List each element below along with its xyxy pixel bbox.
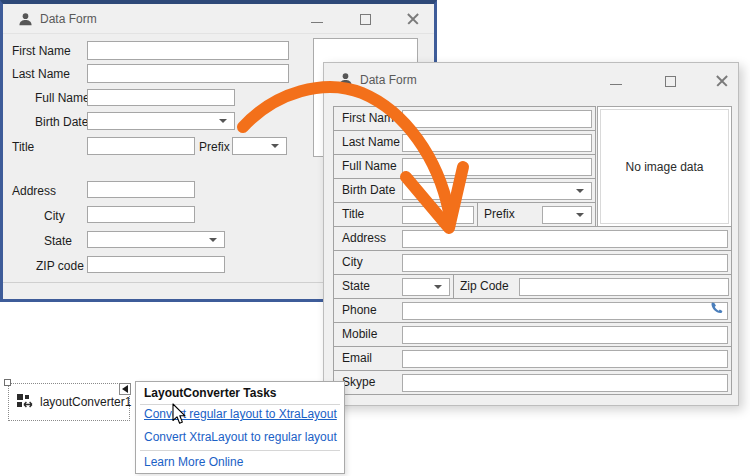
title-input[interactable] xyxy=(402,206,474,224)
window-title: Data Form xyxy=(40,12,97,26)
window-title: Data Form xyxy=(360,73,417,87)
label-birth-date: Birth Date xyxy=(342,179,395,202)
layout-row: Title Prefix xyxy=(333,202,596,227)
birth-date-combo[interactable] xyxy=(402,182,592,200)
smart-tag-header: LayoutConverter Tasks xyxy=(144,386,277,400)
close-icon xyxy=(716,75,728,87)
address-input[interactable] xyxy=(87,181,195,198)
divider xyxy=(453,275,454,298)
layout-converter-icon xyxy=(17,394,34,409)
data-form-window-converted: Data Form First Name Last Name Full Name… xyxy=(323,62,739,406)
label-mobile: Mobile xyxy=(342,323,377,346)
prefix-combo[interactable] xyxy=(542,206,592,224)
mobile-input[interactable] xyxy=(402,326,728,344)
minimize-button[interactable] xyxy=(308,10,326,28)
layout-row: Birth Date xyxy=(333,178,596,203)
full-name-input[interactable] xyxy=(87,89,235,106)
divider xyxy=(477,203,478,226)
maximize-button[interactable] xyxy=(661,72,679,90)
label-title: Title xyxy=(342,203,364,226)
minimize-icon xyxy=(610,84,622,85)
label-last-name: Last Name xyxy=(12,67,70,81)
phone-input[interactable] xyxy=(402,302,728,320)
layout-group-left: First Name Last Name Full Name Birth Dat… xyxy=(333,106,596,227)
layout-row: Full Name xyxy=(333,154,596,179)
close-button[interactable] xyxy=(404,10,422,28)
link-learn-more-online[interactable]: Learn More Online xyxy=(144,455,243,469)
city-input[interactable] xyxy=(87,206,195,223)
maximize-button[interactable] xyxy=(356,10,374,28)
layout-row: Mobile xyxy=(333,322,732,347)
link-convert-to-xtralayout[interactable]: Convert regular layout to XtraLayout xyxy=(144,407,337,421)
last-name-input[interactable] xyxy=(87,64,289,83)
chevron-down-icon xyxy=(209,238,217,242)
label-address: Address xyxy=(342,227,386,250)
no-image-text: No image data xyxy=(625,160,703,174)
label-state: State xyxy=(342,275,370,298)
layout-converter-component[interactable]: layoutConverter1 xyxy=(8,383,130,421)
state-combo[interactable] xyxy=(402,278,450,296)
label-prefix: Prefix xyxy=(484,203,515,226)
address-input[interactable] xyxy=(402,230,728,248)
designer-canvas: Data Form First Name Last Name Full Name… xyxy=(0,0,750,476)
layout-row: Phone xyxy=(333,298,732,323)
label-phone: Phone xyxy=(342,299,377,322)
selection-handle[interactable] xyxy=(4,379,11,386)
birth-date-combo[interactable] xyxy=(87,112,235,130)
label-full-name: Full Name xyxy=(35,91,90,105)
email-input[interactable] xyxy=(402,350,728,368)
minimize-button[interactable] xyxy=(607,72,625,90)
full-name-input[interactable] xyxy=(402,158,592,176)
chevron-down-icon xyxy=(576,213,584,217)
label-first-name: First Name xyxy=(342,107,401,130)
maximize-icon xyxy=(665,76,676,87)
layout-row: Email xyxy=(333,346,732,371)
first-name-input[interactable] xyxy=(87,41,289,60)
label-zip-code: ZIP code xyxy=(36,259,84,273)
smart-tag-panel: LayoutConverter Tasks Convert regular la… xyxy=(135,381,345,474)
titlebar[interactable]: Data Form xyxy=(3,4,434,34)
divider xyxy=(140,404,340,405)
person-icon xyxy=(18,12,33,27)
chevron-down-icon xyxy=(434,285,442,289)
label-city: City xyxy=(342,251,363,274)
title-input[interactable] xyxy=(87,137,195,155)
label-first-name: First Name xyxy=(12,44,71,58)
label-full-name: Full Name xyxy=(342,155,397,178)
chevron-left-icon xyxy=(122,385,128,393)
layout-row: City xyxy=(333,250,732,275)
link-convert-to-regular[interactable]: Convert XtraLayout to regular layout xyxy=(144,430,337,444)
zip-code-input[interactable] xyxy=(87,256,225,273)
chevron-down-icon xyxy=(576,189,584,193)
state-combo[interactable] xyxy=(87,231,225,248)
divider xyxy=(140,450,340,451)
minimize-icon xyxy=(311,22,323,23)
layout-row: Skype xyxy=(333,370,732,395)
zip-code-input[interactable] xyxy=(519,278,729,296)
photo-picture-box: No image data xyxy=(597,106,732,227)
titlebar[interactable]: Data Form xyxy=(324,63,738,103)
label-last-name: Last Name xyxy=(342,131,400,154)
first-name-input[interactable] xyxy=(402,110,592,128)
phone-icon xyxy=(710,301,724,315)
label-title: Title xyxy=(12,140,34,154)
maximize-icon xyxy=(360,14,371,25)
close-button[interactable] xyxy=(713,72,731,90)
label-city: City xyxy=(44,209,65,223)
label-email: Email xyxy=(342,347,372,370)
chevron-down-icon xyxy=(219,119,227,123)
prefix-combo[interactable] xyxy=(232,137,287,155)
label-skype: Skype xyxy=(342,371,375,394)
close-icon xyxy=(407,13,419,25)
label-birth-date: Birth Date xyxy=(35,115,88,129)
person-icon xyxy=(338,72,353,87)
city-input[interactable] xyxy=(402,254,728,272)
last-name-input[interactable] xyxy=(402,134,592,152)
label-zip-code: Zip Code xyxy=(460,275,509,298)
label-prefix: Prefix xyxy=(199,140,230,154)
layout-row: Last Name xyxy=(333,130,596,155)
skype-input[interactable] xyxy=(402,374,728,392)
component-name: layoutConverter1 xyxy=(40,395,131,409)
layout-row: State Zip Code xyxy=(333,274,732,299)
smart-tag-button[interactable] xyxy=(119,383,131,395)
